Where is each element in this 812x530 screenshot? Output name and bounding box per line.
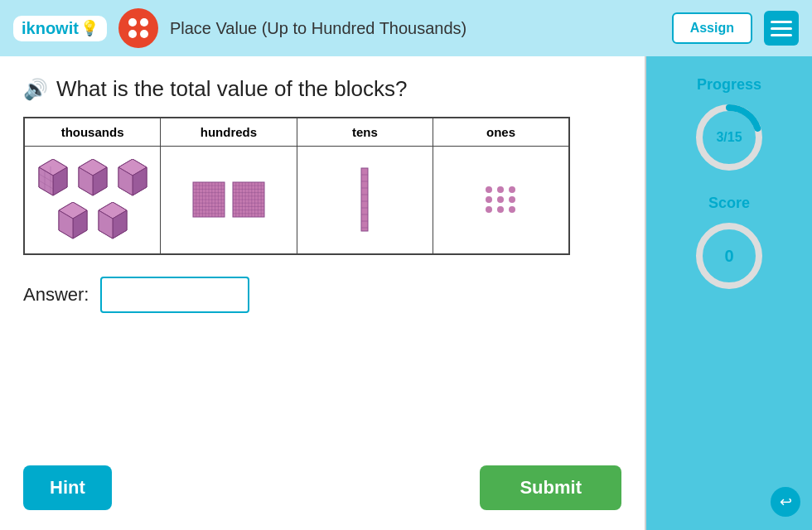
progress-value: 3/15: [716, 130, 742, 145]
one-dot-7: [486, 206, 492, 213]
one-dot-9: [509, 206, 515, 213]
progress-box: Progress 3/15: [692, 76, 766, 175]
col-tens: tens: [297, 118, 433, 147]
col-hundreds: hundreds: [161, 118, 297, 147]
cube-5: [95, 202, 130, 240]
cube-3: [115, 159, 150, 197]
answer-row: Answer:: [23, 277, 621, 313]
cube-4: [56, 202, 90, 240]
one-dot-2: [497, 186, 504, 193]
cube-2: [75, 159, 110, 197]
one-dot-5: [497, 196, 504, 203]
header: iknowit 💡 Place Value (Up to Hundred Tho…: [0, 0, 812, 56]
hint-button[interactable]: Hint: [23, 465, 112, 510]
question-row: 🔊 What is the total value of the blocks?: [23, 76, 621, 102]
menu-line1: [771, 21, 792, 23]
thousands-cell: [24, 147, 161, 254]
tens-rod: [356, 166, 373, 233]
svg-rect-62: [361, 168, 368, 231]
hundreds-cell: [161, 147, 297, 254]
score-box: Score 0: [692, 195, 766, 293]
hundreds-flat-2: [231, 181, 266, 219]
one-dot-8: [497, 206, 504, 213]
place-value-table: thousands hundreds tens ones: [23, 117, 570, 255]
bottom-buttons: Hint Submit: [23, 457, 621, 510]
cube-1: [36, 159, 70, 197]
score-circle: 0: [692, 219, 766, 293]
ones-cell: [433, 147, 569, 254]
lesson-title: Place Value (Up to Hundred Thousands): [170, 19, 660, 38]
answer-input[interactable]: [100, 277, 249, 313]
main-container: 🔊 What is the total value of the blocks?…: [0, 56, 812, 530]
logo-text: iknowit: [22, 19, 79, 38]
hundreds-flat-1: [191, 181, 226, 219]
left-panel: 🔊 What is the total value of the blocks?…: [0, 56, 646, 530]
answer-label: Answer:: [23, 284, 89, 306]
progress-label: Progress: [697, 76, 761, 94]
submit-button[interactable]: Submit: [480, 465, 621, 510]
one-dot-3: [509, 186, 515, 193]
menu-line2: [771, 27, 792, 30]
menu-line3: [771, 34, 792, 36]
col-ones: ones: [433, 118, 569, 147]
score-value: 0: [724, 247, 733, 266]
speaker-icon[interactable]: 🔊: [23, 78, 48, 101]
one-dot-6: [509, 196, 515, 203]
one-dot-4: [486, 196, 492, 203]
menu-button[interactable]: [764, 11, 799, 46]
one-dot-1: [486, 186, 492, 193]
back-arrow-button[interactable]: ↩: [771, 487, 800, 517]
lesson-icon: [118, 8, 158, 48]
back-arrow-icon: ↩: [780, 493, 792, 511]
logo: iknowit 💡: [13, 16, 107, 41]
col-thousands: thousands: [24, 118, 161, 147]
assign-button[interactable]: Assign: [672, 12, 752, 44]
right-panel: Progress 3/15 Score 0 ↩: [646, 56, 812, 530]
dice-icon: [128, 18, 148, 38]
logo-bulb-icon: 💡: [80, 19, 99, 37]
score-label: Score: [708, 195, 750, 212]
progress-circle: 3/15: [692, 100, 766, 175]
question-text: What is the total value of the blocks?: [56, 76, 407, 102]
tens-cell: [297, 147, 433, 254]
